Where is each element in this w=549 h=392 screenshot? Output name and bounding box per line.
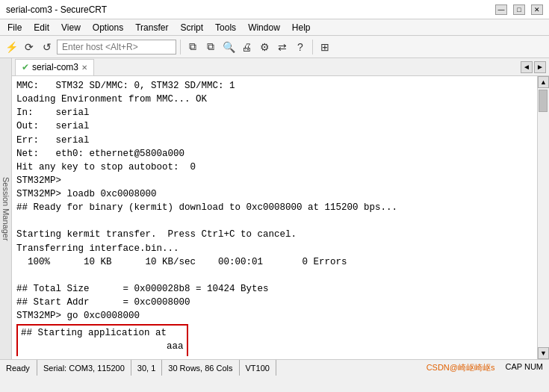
toolbar-paste-icon[interactable]: ⧉ xyxy=(202,39,219,55)
status-emulation: VT100 xyxy=(240,360,276,376)
menu-item-view[interactable]: View xyxy=(57,21,85,34)
toolbar-copy-icon[interactable]: ⧉ xyxy=(184,39,201,55)
status-ready: Ready xyxy=(0,360,37,376)
toolbar-lightning-icon[interactable]: ⚡ xyxy=(3,39,19,55)
status-right: CSDN@崎岖崎岖s CAP NUM xyxy=(422,362,549,373)
title-text: serial-com3 - SecureCRT xyxy=(6,4,107,15)
close-button[interactable]: ✕ xyxy=(531,4,543,15)
menu-item-edit[interactable]: Edit xyxy=(29,21,54,34)
tab-bar: ✔ serial-com3 ✕ ◄ ► xyxy=(12,58,549,76)
title-bar: serial-com3 - SecureCRT — □ ✕ xyxy=(0,0,549,19)
terminal-container: ✔ serial-com3 ✕ ◄ ► MMC: STM32 SD/MMC: 0… xyxy=(12,58,549,359)
tab-nav-right[interactable]: ► xyxy=(534,61,546,73)
scroll-track[interactable] xyxy=(538,88,549,347)
window-controls: — □ ✕ xyxy=(495,4,543,15)
toolbar-back-icon[interactable]: ↺ xyxy=(39,39,55,55)
toolbar: ⚡ ⟳ ↺ ⧉ ⧉ 🔍 🖨 ⚙ ⇄ ? ⊞ xyxy=(0,36,549,58)
menu-item-file[interactable]: File xyxy=(3,21,26,34)
menu-item-window[interactable]: Window xyxy=(244,21,285,34)
menu-item-help[interactable]: Help xyxy=(288,21,315,34)
menu-item-transfer[interactable]: Transfer xyxy=(131,21,173,34)
menu-item-tools[interactable]: Tools xyxy=(211,21,241,34)
toolbar-refresh-icon[interactable]: ⟳ xyxy=(21,39,37,55)
toolbar-transfer-icon[interactable]: ⇄ xyxy=(274,39,291,55)
tab-label: serial-com3 xyxy=(32,62,78,72)
menu-item-options[interactable]: Options xyxy=(88,21,128,34)
menu-bar: FileEditViewOptionsTransferScriptToolsWi… xyxy=(0,19,549,36)
scroll-up-button[interactable]: ▲ xyxy=(538,76,549,88)
toolbar-print-icon[interactable]: 🖨 xyxy=(238,39,255,55)
tab-close-icon[interactable]: ✕ xyxy=(81,63,87,72)
tab-nav-left[interactable]: ◄ xyxy=(521,61,533,73)
tab-check-icon: ✔ xyxy=(22,62,29,72)
toolbar-extra-icon[interactable]: ⊞ xyxy=(317,39,333,55)
toolbar-settings-icon[interactable]: ⚙ xyxy=(256,39,273,55)
menu-item-script[interactable]: Script xyxy=(176,21,208,34)
status-cap-num: CAP NUM xyxy=(499,362,549,371)
toolbar-separator-2 xyxy=(312,40,313,55)
scroll-down-button[interactable]: ▼ xyxy=(538,347,549,359)
terminal-text: MMC: STM32 SD/MMC: 0, STM32 SD/MMC: 1 Lo… xyxy=(16,79,533,356)
toolbar-separator xyxy=(180,40,181,55)
csdn-watermark: CSDN@崎岖崎岖s xyxy=(422,362,500,373)
status-serial: Serial: COM3, 115200 xyxy=(37,360,131,376)
terminal-content[interactable]: MMC: STM32 SD/MMC: 0, STM32 SD/MMC: 1 Lo… xyxy=(12,76,537,359)
scrollbar[interactable]: ▲ ▼ xyxy=(537,76,549,359)
toolbar-find-icon[interactable]: 🔍 xyxy=(220,39,237,55)
main-area: Session Manager ✔ serial-com3 ✕ ◄ ► MMC:… xyxy=(0,58,549,359)
address-input[interactable] xyxy=(57,40,176,55)
status-bar: Ready Serial: COM3, 115200 30, 1 30 Rows… xyxy=(0,359,549,376)
active-tab[interactable]: ✔ serial-com3 ✕ xyxy=(15,59,94,75)
minimize-button[interactable]: — xyxy=(495,4,507,15)
maximize-button[interactable]: □ xyxy=(513,4,525,15)
toolbar-help-icon[interactable]: ? xyxy=(292,39,308,55)
status-dimensions: 30 Rows, 86 Cols xyxy=(162,360,239,376)
status-position: 30, 1 xyxy=(131,360,162,376)
tab-navigation: ◄ ► xyxy=(521,61,549,73)
scroll-thumb[interactable] xyxy=(539,90,548,112)
session-manager-sidebar[interactable]: Session Manager xyxy=(0,58,12,359)
